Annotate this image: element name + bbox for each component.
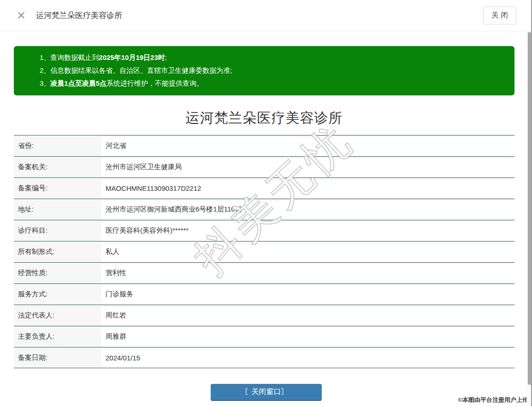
row-label: 主要负责人: <box>14 326 101 347</box>
close-icon[interactable]: ✕ <box>17 10 26 21</box>
notice-line-bold: 2025年10月19日23时 <box>99 53 165 61</box>
notice-line-text: 系统进行维护，不能提供查询。 <box>106 79 203 87</box>
row-value: 周红岩 <box>101 305 514 326</box>
table-row: 备案编号:MAOCHMNE113090317D2212 <box>14 177 514 199</box>
row-label: 地址: <box>14 199 101 220</box>
notice-line-1: 1、查询数据截止到2025年10月19日23时; <box>40 51 505 64</box>
row-label: 所有制形式: <box>14 241 101 262</box>
close-button[interactable]: 关 闭 <box>483 6 516 24</box>
table-row: 地址:沧州市运河区御河新城西商业6号楼1层110铺 <box>14 199 514 220</box>
row-label: 备案日期: <box>14 347 101 368</box>
credit-watermark: ©本图由平台注册用户上传 <box>458 396 528 404</box>
table-row: 所有制形式:私人 <box>14 241 514 262</box>
row-value: 河北省 <box>101 135 514 156</box>
row-label: 法定代表人: <box>14 305 101 326</box>
table-row: 备案机关:沧州市运河区卫生健康局 <box>14 156 514 177</box>
row-value: 医疗美容科(美容外科)****** <box>101 220 514 241</box>
notice-line-text: ; <box>165 53 167 61</box>
row-label: 服务方式: <box>14 284 101 305</box>
row-value: MAOCHMNE113090317D2212 <box>101 178 514 199</box>
row-value: 周雅群 <box>101 326 514 347</box>
row-label: 省份: <box>14 135 101 156</box>
record-modal: ✕ 运河梵兰朵医疗美容诊所 关 闭 1、查询数据截止到2025年10月19日23… <box>0 0 532 406</box>
table-row: 主要负责人:周雅群 <box>14 326 514 347</box>
notice-line-text: 查询数据截止到 <box>50 53 99 61</box>
header-bar: ✕ 运河梵兰朵医疗美容诊所 关 闭 <box>0 0 532 31</box>
page-title: 运河梵兰朵医疗美容诊所 <box>14 109 514 128</box>
row-label: 备案机关: <box>14 157 101 177</box>
notice-line-number: 3、 <box>40 79 50 87</box>
header-title: 运河梵兰朵医疗美容诊所 <box>36 10 122 21</box>
notice-line-number: 1、 <box>40 53 50 61</box>
notice-line-2: 2、信息数据结果以各省、自治区、直辖市卫生健康委数据为准; <box>40 64 505 77</box>
row-value: 沧州市运河区御河新城西商业6号楼1层110铺 <box>101 199 514 220</box>
record-table: 省份:河北省 备案机关:沧州市运河区卫生健康局 备案编号:MAOCHMNE113… <box>14 135 514 368</box>
row-value: 营利性 <box>101 263 514 283</box>
notice-line-bold: 凌晨1点至凌晨5点 <box>50 79 106 87</box>
row-value: 2024/01/15 <box>101 347 514 368</box>
row-label: 备案编号: <box>14 178 101 199</box>
row-value: 私人 <box>101 241 514 262</box>
notice-box: 1、查询数据截止到2025年10月19日23时; 2、信息数据结果以各省、自治区… <box>14 46 514 95</box>
notice-line-number: 2、 <box>40 66 50 74</box>
table-row: 诊疗科目:医疗美容科(美容外科)****** <box>14 220 514 241</box>
row-value: 门诊服务 <box>101 284 514 305</box>
table-row: 服务方式:门诊服务 <box>14 283 514 305</box>
table-row: 经营性质:营利性 <box>14 262 514 283</box>
notice-line-text: 信息数据结果以各省、自治区、直辖市卫生健康委数据为准; <box>50 66 232 74</box>
row-label: 经营性质: <box>14 263 101 283</box>
table-row: 法定代表人:周红岩 <box>14 305 514 326</box>
table-row: 备案日期:2024/01/15 <box>14 347 514 368</box>
close-window-button[interactable]: 〖关闭窗口〗 <box>211 384 322 401</box>
table-row: 省份:河北省 <box>14 135 514 156</box>
notice-line-3: 3、凌晨1点至凌晨5点系统进行维护，不能提供查询。 <box>40 77 505 90</box>
row-value: 沧州市运河区卫生健康局 <box>101 157 514 177</box>
row-label: 诊疗科目: <box>14 220 101 241</box>
